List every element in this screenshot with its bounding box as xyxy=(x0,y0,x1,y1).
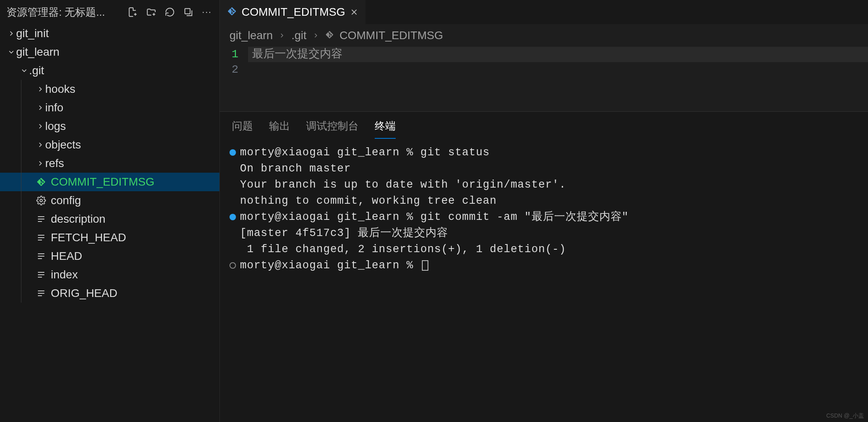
svg-point-1 xyxy=(40,199,42,202)
tree-item-head[interactable]: HEAD xyxy=(0,247,219,265)
tree-item-fetch-head[interactable]: FETCH_HEAD xyxy=(0,228,219,247)
terminal-line: 1 file changed, 2 insertions(+), 1 delet… xyxy=(230,241,858,257)
chevron-down-icon xyxy=(19,67,29,75)
editor-group: COMMIT_EDITMSG git_learn .git COMMIT_EDI… xyxy=(220,0,868,422)
tree-item-label: ORIG_HEAD xyxy=(51,287,117,300)
tree-item-logs[interactable]: logs xyxy=(0,117,219,136)
tab-problems[interactable]: 问题 xyxy=(232,119,253,139)
tab-commit-editmsg[interactable]: COMMIT_EDITMSG xyxy=(220,0,365,24)
chevron-right-icon xyxy=(278,29,286,42)
lines-icon xyxy=(35,288,47,298)
tree-item-refs[interactable]: refs xyxy=(0,154,219,173)
tree-item-label: git_learn xyxy=(16,46,59,58)
terminal-line: morty@xiaogai git_learn % xyxy=(230,257,858,274)
tree-item-label: hooks xyxy=(45,83,75,96)
explorer-sidebar: 资源管理器: 无标题... ··· git_initgit_learn.gith… xyxy=(0,0,220,422)
tree-item-label: description xyxy=(51,213,105,226)
terminal-line: morty@xiaogai git_learn % git commit -am… xyxy=(230,209,858,225)
tree-item-index[interactable]: index xyxy=(0,265,219,284)
editor-content[interactable]: 最后一次提交内容 xyxy=(248,47,868,111)
tree-item-orig-head[interactable]: ORIG_HEAD xyxy=(0,284,219,303)
chevron-down-icon xyxy=(6,48,16,56)
sidebar-actions: ··· xyxy=(127,6,213,18)
tree-item-label: COMMIT_EDITMSG xyxy=(51,175,154,188)
sidebar-header: 资源管理器: 无标题... ··· xyxy=(0,0,219,24)
line-number-gutter: 12 xyxy=(220,47,248,111)
tree-item--git[interactable]: .git xyxy=(0,61,219,80)
chevron-right-icon xyxy=(35,141,45,149)
git-icon xyxy=(35,177,47,187)
bottom-panel: 问题 输出 调试控制台 终端 morty@xiaogai git_learn %… xyxy=(220,111,868,422)
breadcrumb-segment[interactable]: .git xyxy=(291,29,306,42)
editor-line[interactable]: 最后一次提交内容 xyxy=(248,47,868,62)
chevron-right-icon xyxy=(35,85,45,93)
tree-item-label: FETCH_HEAD xyxy=(51,231,126,244)
text-editor[interactable]: 12 最后一次提交内容 xyxy=(220,47,868,111)
lines-icon xyxy=(35,251,47,261)
tab-bar: COMMIT_EDITMSG xyxy=(220,0,868,24)
tree-item-config[interactable]: config xyxy=(0,191,219,210)
editor-line[interactable] xyxy=(248,62,868,77)
line-number: 1 xyxy=(220,47,238,62)
file-tree: git_initgit_learn.githooksinfologsobject… xyxy=(0,24,219,422)
tree-item-label: objects xyxy=(45,138,81,151)
new-file-icon[interactable] xyxy=(127,6,139,18)
tree-item-description[interactable]: description xyxy=(0,210,219,228)
watermark: CSDN @_小盖 xyxy=(826,412,864,420)
prompt-bullet-icon xyxy=(230,214,236,220)
refresh-icon[interactable] xyxy=(164,6,176,18)
tree-item-label: info xyxy=(45,101,63,114)
chevron-right-icon xyxy=(35,122,45,130)
tab-terminal[interactable]: 终端 xyxy=(375,119,396,139)
terminal-line: morty@xiaogai git_learn % git status xyxy=(230,144,858,161)
git-icon xyxy=(227,6,237,18)
line-number: 2 xyxy=(220,62,238,77)
breadcrumb-segment[interactable]: COMMIT_EDITMSG xyxy=(340,29,443,42)
lines-icon xyxy=(35,233,47,242)
terminal-line: Your branch is up to date with 'origin/m… xyxy=(230,177,858,193)
tree-item-label: HEAD xyxy=(51,250,82,263)
chevron-right-icon xyxy=(312,29,319,42)
svg-rect-0 xyxy=(185,8,190,14)
tree-item-label: logs xyxy=(45,120,66,133)
breadcrumb-segment[interactable]: git_learn xyxy=(230,29,273,42)
tree-item-git-learn[interactable]: git_learn xyxy=(0,43,219,61)
tree-item-label: refs xyxy=(45,157,64,170)
prompt-bullet-icon xyxy=(230,262,236,269)
tab-label: COMMIT_EDITMSG xyxy=(242,6,345,19)
tree-item-info[interactable]: info xyxy=(0,98,219,117)
collapse-all-icon[interactable] xyxy=(182,6,194,18)
new-folder-icon[interactable] xyxy=(145,6,157,18)
tab-output[interactable]: 输出 xyxy=(269,119,290,139)
terminal-line: On branch master xyxy=(230,161,858,177)
prompt-bullet-icon xyxy=(230,149,236,156)
chevron-right-icon xyxy=(35,104,45,112)
breadcrumb[interactable]: git_learn .git COMMIT_EDITMSG xyxy=(220,24,868,47)
tree-item-label: config xyxy=(51,194,81,207)
terminal-line: [master 4f517c3] 最后一次提交内容 xyxy=(230,225,858,241)
terminal-line: nothing to commit, working tree clean xyxy=(230,193,858,209)
terminal-output[interactable]: morty@xiaogai git_learn % git statusOn b… xyxy=(220,139,868,422)
tree-item-commit-editmsg[interactable]: COMMIT_EDITMSG xyxy=(0,173,219,191)
tree-item-git-init[interactable]: git_init xyxy=(0,24,219,43)
tree-item-objects[interactable]: objects xyxy=(0,136,219,154)
lines-icon xyxy=(35,214,47,224)
close-icon[interactable] xyxy=(350,8,358,16)
terminal-cursor xyxy=(422,260,428,271)
tree-item-label: index xyxy=(51,268,78,281)
more-actions-icon[interactable]: ··· xyxy=(201,6,213,18)
chevron-right-icon xyxy=(6,29,16,38)
chevron-right-icon xyxy=(35,159,45,167)
tree-item-label: .git xyxy=(29,64,44,77)
sidebar-title: 资源管理器: 无标题... xyxy=(6,5,127,19)
lines-icon xyxy=(35,270,47,280)
panel-tabs: 问题 输出 调试控制台 终端 xyxy=(220,112,868,139)
tab-debug-console[interactable]: 调试控制台 xyxy=(306,119,359,139)
tree-item-hooks[interactable]: hooks xyxy=(0,80,219,98)
git-icon xyxy=(325,29,334,42)
tree-item-label: git_init xyxy=(16,27,49,40)
gear-icon xyxy=(35,196,47,205)
